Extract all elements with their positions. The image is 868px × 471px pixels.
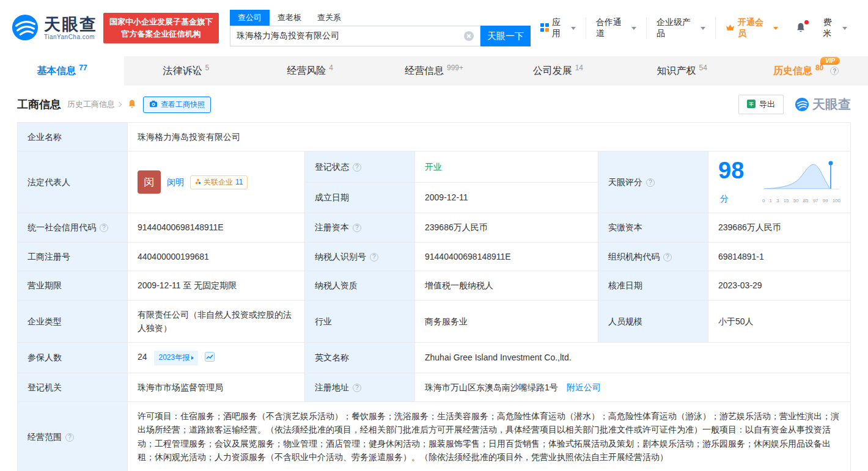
tab-business-info[interactable]: 经营信息 999+ [372,56,496,86]
status-open-badge: 开业 [425,162,442,172]
related-companies-badge[interactable]: 关联企业 11 [190,175,248,189]
field-label: 组织机构代码? [598,242,708,271]
annual-report-tag[interactable]: 2023年报 [154,351,198,365]
field-label: 参保人数 [18,343,128,373]
search-box [230,26,480,46]
apps-grid-icon [540,23,549,34]
tab-count: 80 [815,64,823,72]
nav-apps[interactable]: 应用 [531,17,586,39]
legal-rep-avatar[interactable]: 闵 [138,170,161,194]
tianyan-score[interactable]: 98分 013 155085 [718,159,840,205]
field-label: 成立日期 [305,182,415,213]
legal-rep-name-link[interactable]: 闵明 [167,175,184,189]
watermark-label: 天眼查 [812,96,851,113]
notification-bell[interactable] [788,22,814,35]
search-tab-company[interactable]: 查公司 [230,10,270,26]
help-icon[interactable]: ? [65,433,74,442]
field-value: 2009-12-11 [415,182,598,213]
field-label: 行业 [305,300,415,343]
nearby-companies-link[interactable]: 附近公司 [567,382,601,392]
logo-domain: TianYanCha.com [44,34,97,40]
tab-company-development[interactable]: 公司发展 14 [496,56,620,86]
field-value: 小于50人 [708,300,851,343]
tianyancha-logo[interactable]: 天眼查 TianYanCha.com [11,13,97,43]
help-icon[interactable]: ? [353,163,361,172]
field-value: 239686万人民币 [708,213,851,242]
help-icon[interactable]: ? [646,178,655,187]
table-row: 企业类型 有限责任公司（非自然人投资或控股的法人独资） 行业 商务服务业 人员规… [18,300,851,343]
snapshot-button-label: 查看工商快照 [161,100,205,110]
field-value: 239686万人民币 [415,213,598,242]
export-button[interactable]: 导出 [738,95,784,114]
chevron-down-icon [701,27,705,30]
nav-upgrade-vip[interactable]: 开通会员 [716,17,788,39]
field-value: 24 2023年报 [128,343,305,373]
tab-legal-proceedings[interactable]: 法律诉讼 5 [124,56,248,86]
field-label: 营业期限 [18,271,128,300]
field-label: 天眼评分? [598,152,708,213]
help-icon[interactable]: ? [830,67,839,75]
excel-icon [747,100,756,110]
nav-enterprise-products[interactable]: 企业级产品 [647,17,716,39]
tab-basic-info[interactable]: 基本信息 77 [0,56,124,86]
nav-cooperation[interactable]: 合作通道 [586,17,647,39]
insured-count: 24 [138,352,147,362]
history-business-info-link[interactable]: 历史工商信息 [67,99,121,110]
nav-enterprise-label: 企业级产品 [657,17,697,39]
tab-count: 5 [205,64,209,72]
nav-cooperation-label: 合作通道 [596,17,628,39]
related-companies-icon [195,177,201,188]
company-name-value: 珠海格力海岛投资有限公司 [138,132,240,142]
field-label: 核准日期 [598,271,708,300]
field-value: 增值税一般纳税人 [415,271,598,300]
score-axis: 013 155085 9799100 [762,197,840,205]
help-icon[interactable]: ? [353,224,361,232]
trend-chart-icon[interactable] [205,352,215,362]
tab-count: 14 [575,64,583,72]
business-scope-value: 许可项目：住宿服务；酒吧服务（不含演艺娱乐活动）；餐饮服务；洗浴服务；生活美容服… [128,401,851,471]
chevron-right-icon [117,102,122,107]
search-button[interactable]: 天眼一下 [480,26,531,46]
tab-intellectual-property[interactable]: 知识产权 54 [620,56,744,86]
clear-search-icon[interactable] [464,31,474,41]
chevron-down-icon [842,27,847,30]
table-row: 营业期限 2009-12-11 至 无固定期限 纳税人资质 增值税一般纳税人 核… [18,271,851,300]
top-nav: 应用 合作通道 企业级产品 开通会员 [531,17,857,39]
tianyancha-company-page: 天眼查 TianYanCha.com 国家中小企业发展子基金旗下 官方备案企业征… [0,0,868,471]
tab-history-info[interactable]: VIP 历史信息 80 ? [744,56,868,86]
field-value: 商务服务业 [415,300,598,343]
section-head: 工商信息 历史工商信息 查看工商快照 [0,86,868,121]
logo-text: 天眼查 [44,15,97,34]
field-label: 登记状态? [305,152,415,183]
tianyancha-logo-icon [11,13,39,43]
company-search-input[interactable] [230,31,464,41]
search-tab-boss[interactable]: 查老板 [270,10,309,26]
tab-label: 法律诉讼 [163,65,202,78]
history-link-label: 历史工商信息 [67,99,115,110]
field-label: 登记机关 [18,373,128,401]
view-snapshot-button[interactable]: 查看工商快照 [143,97,211,113]
help-icon[interactable]: ? [663,253,672,261]
tab-label: 经营风险 [287,65,326,78]
search-tabs: 查公司 查老板 查关系 [230,10,531,26]
tab-label: 经营信息 [405,65,444,78]
field-value: 91440400698148911E [128,213,305,242]
nav-username[interactable]: 费米 [814,17,857,39]
field-value: 98分 013 155085 [708,152,851,213]
help-icon[interactable]: ? [353,384,361,392]
subscribe-bell-icon[interactable] [127,99,137,111]
help-icon[interactable]: ? [370,253,378,261]
notification-dot [804,20,809,24]
tab-label: 历史信息 [773,65,812,78]
score-unit: 分 [720,194,729,203]
field-value: 开业 [415,152,598,183]
tab-operational-risk[interactable]: 经营风险 4 [248,56,372,86]
field-value: Zhuhai Gree Island Investment Co.,ltd. [415,343,851,373]
field-label: 纳税人资质 [305,271,415,300]
table-row: 统一社会信用代码? 91440400698148911E 注册资本? 23968… [18,213,851,242]
watermark-logo: 天眼查 [795,96,851,113]
help-icon[interactable]: ? [100,224,108,232]
search-tab-relation[interactable]: 查关系 [309,10,349,26]
search-area: 查公司 查老板 查关系 天眼一下 [230,10,531,46]
camera-icon [149,100,158,109]
